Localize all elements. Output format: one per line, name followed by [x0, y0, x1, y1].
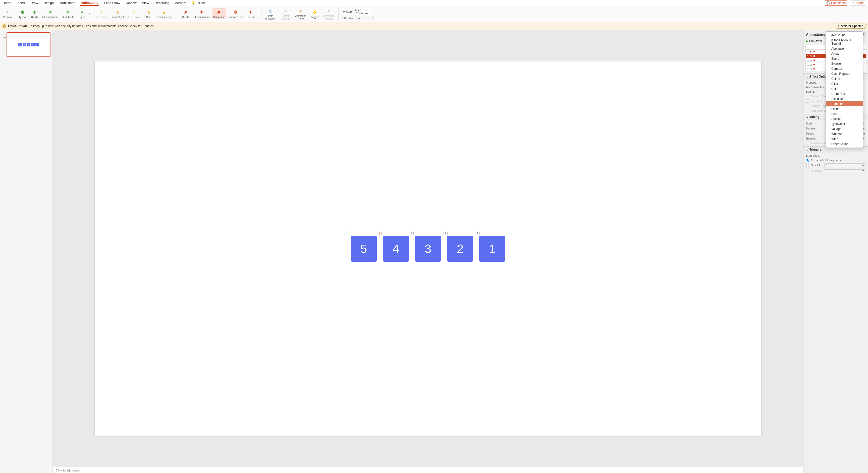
play-icon: ▶ — [343, 10, 345, 13]
emphasis-linecolour[interactable]: ★Line Colour — [127, 9, 142, 19]
mini-shape: 3 — [27, 43, 30, 46]
shape[interactable]: 1 — [479, 236, 505, 262]
sound-option[interactable]: Coin — [826, 86, 863, 91]
sound-option[interactable]: Typewriter — [826, 122, 863, 127]
check-updates-button[interactable]: Check for Updates — [836, 24, 866, 29]
trigger[interactable]: ⚡Trigger — [310, 9, 320, 19]
sound-option[interactable]: Chime — [826, 76, 863, 81]
exit-chequerboard[interactable]: ✶Chequerboard — [192, 9, 211, 19]
tab-animations[interactable]: Animations — [80, 0, 99, 6]
star-icon: ✶ — [198, 9, 205, 15]
sound-option[interactable]: Explosion — [826, 96, 863, 101]
sound-option[interactable]: Hammer — [826, 101, 863, 106]
star-icon: ✴ — [79, 9, 85, 15]
sound-option[interactable]: Applause — [826, 46, 863, 51]
smooth-start-check — [806, 95, 809, 98]
tab-acrobat[interactable]: Acrobat — [175, 0, 187, 5]
emphasis-more[interactable]: › — [174, 12, 176, 15]
sound-option[interactable]: Other Sound... — [826, 141, 863, 146]
anim-tag[interactable]: 1 — [443, 232, 447, 235]
effect-options[interactable]: ✦Effect Options — [280, 7, 292, 21]
sound-option[interactable]: Drum Roll — [826, 91, 863, 96]
emphasis-growshrink[interactable]: ★Grow/Shrink — [110, 9, 126, 19]
sound-option[interactable]: Suction — [826, 116, 863, 122]
slide-canvas[interactable]: 15 14 13 12 11 — [95, 62, 761, 436]
tell-me[interactable]: 💡Tell me — [191, 1, 206, 5]
shape[interactable]: 4 — [383, 236, 409, 262]
anim-tag[interactable]: 1 — [347, 232, 351, 235]
entrance-appear[interactable]: ✸Appear — [17, 9, 28, 19]
tab-insert[interactable]: Insert — [16, 0, 26, 5]
sound-dropdown[interactable]: [No Sound][Stop Previous Sound]ApplauseA… — [826, 31, 863, 148]
shape[interactable]: 2 — [447, 236, 473, 262]
emphasis-spin[interactable]: ★Spin — [144, 9, 154, 19]
trigger-onclick-radio[interactable] — [806, 164, 809, 167]
duration-label: Duration: — [344, 16, 355, 20]
exit-dissolveout[interactable]: ✵Dissolve Out — [227, 9, 244, 19]
slide-thumbnail[interactable]: 5 4 3 2 1 — [6, 32, 51, 57]
sound-option[interactable]: [Stop Previous Sound] — [826, 38, 863, 46]
emphasis-gallery: ★Fill Colour ★Grow/Shrink ★Line Colour ★… — [95, 7, 178, 21]
duration-input[interactable]: ▴▾ — [356, 16, 374, 20]
emphasis-fillcolour[interactable]: ★Fill Colour — [95, 9, 108, 19]
entrance-dissolvein[interactable]: ✵Dissolve In — [61, 9, 75, 19]
preview-button[interactable]: ✦ Preview — [2, 9, 13, 19]
clock-icon: ◷ — [810, 63, 812, 66]
start-select[interactable]: After Previous▴▾ — [353, 8, 371, 15]
entrance-flyin[interactable]: ✴Fly In — [76, 9, 87, 19]
tab-review[interactable]: Review — [125, 0, 137, 5]
tab-design[interactable]: Design — [43, 0, 54, 5]
chevron-down-icon: ⌄ — [806, 148, 808, 151]
tab-view[interactable]: View — [142, 0, 150, 5]
sound-option[interactable]: Laser — [826, 106, 863, 111]
exit-disappear[interactable]: ✸Disappear — [212, 8, 226, 19]
mini-shape: 4 — [23, 43, 26, 46]
timing-delay-label: Delay: — [806, 132, 814, 135]
sound-option[interactable]: Cash Register — [826, 71, 863, 76]
animation-tools: ⎋Path Animation ✦Effect Options ✦Animati… — [264, 7, 339, 21]
sound-option[interactable]: Breeze — [826, 61, 863, 66]
share-button[interactable]: ↗Share — [850, 0, 866, 5]
sound-option[interactable]: Wind — [826, 136, 863, 141]
comments-button[interactable]: 💬Comments — [824, 0, 848, 5]
animation-pane[interactable]: ✦Animation Pane — [293, 7, 308, 21]
sound-option[interactable]: Push — [826, 111, 863, 116]
emphasis-transparency[interactable]: ★Transparency — [155, 9, 173, 19]
notice-text: To keep up to date with security updates… — [29, 24, 154, 28]
sound-option[interactable]: Voltage — [826, 127, 863, 132]
shape[interactable]: 3 — [415, 236, 441, 262]
shape[interactable]: 5 — [351, 236, 377, 262]
anim-tag[interactable]: 1 — [379, 232, 383, 235]
tab-transitions[interactable]: Transitions — [59, 0, 75, 5]
star-icon: ✷ — [32, 9, 38, 15]
entrance-chequerboard[interactable]: ✶Chequerboard — [41, 9, 60, 19]
exit-flyout[interactable]: ✴Fly Out — [245, 9, 256, 19]
tab-recording[interactable]: Recording — [154, 0, 170, 5]
exit-blinds[interactable]: ✷Blinds — [180, 9, 191, 19]
sound-option[interactable]: Click — [826, 81, 863, 86]
entrance-blinds[interactable]: ✷Blinds — [29, 9, 40, 19]
chevron-down-icon: ⌄ — [806, 75, 808, 78]
tab-draw[interactable]: Draw — [30, 0, 38, 5]
entrance-more[interactable]: › — [89, 12, 90, 15]
tab-slideshow[interactable]: Slide Show — [103, 0, 121, 5]
sound-option[interactable]: Whoosh — [826, 132, 863, 136]
exit-more[interactable]: › — [257, 12, 259, 15]
anim-tag[interactable]: 1 — [411, 232, 415, 235]
start-effect-label: Start Effect: — [806, 154, 866, 157]
anim-tag[interactable]: 1 — [476, 232, 480, 235]
sound-option[interactable]: [No Sound] — [826, 33, 863, 38]
sound-option[interactable]: Arrow — [826, 51, 863, 56]
sound-option[interactable]: Bomb — [826, 56, 863, 61]
stepper-icon: ▴▾ — [358, 18, 360, 19]
path-animation[interactable]: ⎋Path Animation — [264, 7, 278, 21]
trigger-sequence-radio[interactable] — [806, 159, 809, 162]
sound-option[interactable]: Camera — [826, 66, 863, 71]
preview-icon: ✦ — [4, 9, 10, 15]
exit-star-icon: ✸ — [813, 63, 815, 66]
tab-home[interactable]: Home — [2, 0, 12, 5]
timing-duration-label: Duration: — [806, 127, 817, 130]
notes-area[interactable]: Click to add notes — [53, 467, 803, 473]
animation-painter[interactable]: ✦Animation Painter — [322, 7, 336, 21]
clock-icon: ◷ — [341, 16, 343, 20]
